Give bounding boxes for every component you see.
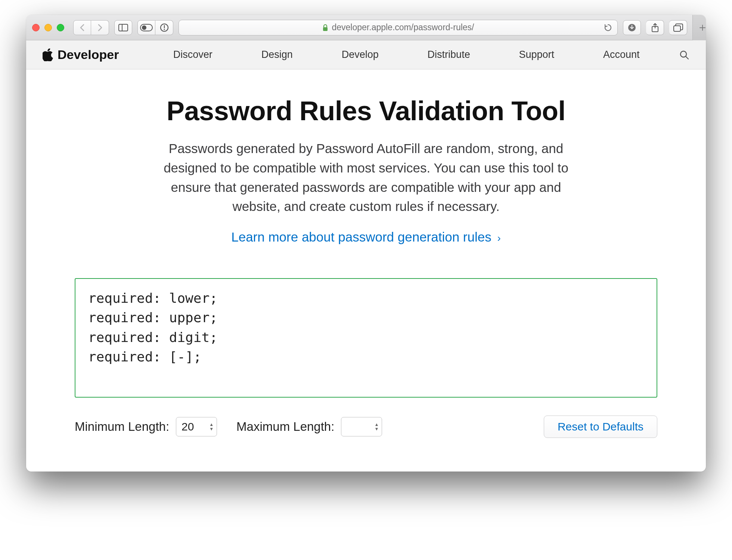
stepper-arrows-icon: ▲▼ — [209, 423, 214, 431]
nav-discover[interactable]: Discover — [173, 49, 213, 60]
page-content: Password Rules Validation Tool Passwords… — [26, 69, 706, 472]
rules-textarea[interactable]: required: lower; required: upper; requir… — [75, 278, 657, 398]
max-length-label: Maximum Length: — [236, 420, 334, 434]
safari-toolbar: developer.apple.com/password-rules/ ＋ — [26, 15, 706, 40]
apple-developer-brand[interactable]: Developer — [43, 47, 119, 62]
svg-rect-10 — [674, 26, 680, 31]
svg-line-12 — [686, 56, 688, 59]
brand-text: Developer — [58, 47, 119, 62]
apple-logo-icon — [43, 49, 54, 61]
lock-icon — [322, 24, 328, 31]
chevron-right-icon: › — [497, 232, 500, 244]
length-controls: Minimum Length: 20 ▲▼ Maximum Length: ▲▼… — [75, 416, 657, 438]
search-icon[interactable] — [679, 50, 689, 60]
nav-links: Discover Design Develop Distribute Suppo… — [149, 49, 664, 60]
nav-distribute[interactable]: Distribute — [428, 49, 470, 60]
min-length-stepper[interactable]: 20 ▲▼ — [176, 417, 217, 436]
url-text: developer.apple.com/password-rules/ — [332, 22, 474, 32]
learn-more-text: Learn more about password generation rul… — [231, 230, 491, 244]
privacy-group — [137, 20, 173, 35]
maximize-window-button[interactable] — [57, 24, 64, 31]
sidebar-toggle-button[interactable] — [114, 20, 132, 35]
downloads-button[interactable] — [623, 20, 641, 35]
tabs-overview-button[interactable] — [669, 20, 687, 35]
max-length-stepper[interactable]: ▲▼ — [341, 417, 382, 436]
content-blockers-button[interactable] — [137, 20, 155, 35]
address-bar[interactable]: developer.apple.com/password-rules/ — [179, 20, 618, 35]
new-tab-button[interactable]: ＋ — [692, 15, 706, 40]
nav-develop[interactable]: Develop — [342, 49, 379, 60]
close-window-button[interactable] — [32, 24, 40, 31]
svg-point-3 — [142, 25, 146, 30]
share-button[interactable] — [646, 20, 664, 35]
back-button[interactable] — [73, 20, 91, 35]
privacy-report-button[interactable] — [155, 20, 173, 35]
window-controls — [32, 24, 64, 31]
svg-rect-0 — [119, 24, 128, 31]
nav-back-forward-group — [73, 20, 109, 35]
reload-button[interactable] — [604, 24, 612, 32]
stepper-arrows-icon: ▲▼ — [375, 423, 379, 431]
nav-support[interactable]: Support — [519, 49, 555, 60]
reset-to-defaults-button[interactable]: Reset to Defaults — [544, 416, 657, 438]
browser-window: developer.apple.com/password-rules/ ＋ De… — [26, 15, 706, 472]
developer-nav: Developer Discover Design Develop Distri… — [26, 40, 706, 69]
page-intro: Passwords generated by Password AutoFill… — [146, 139, 586, 216]
page-title: Password Rules Validation Tool — [75, 96, 657, 126]
nav-account[interactable]: Account — [603, 49, 640, 60]
min-length-label: Minimum Length: — [75, 420, 169, 434]
learn-more-link[interactable]: Learn more about password generation rul… — [75, 230, 657, 245]
forward-button[interactable] — [91, 20, 109, 35]
nav-design[interactable]: Design — [261, 49, 293, 60]
svg-rect-7 — [323, 27, 328, 31]
svg-point-6 — [164, 29, 165, 30]
min-length-value: 20 — [182, 420, 194, 433]
minimize-window-button[interactable] — [44, 24, 52, 31]
